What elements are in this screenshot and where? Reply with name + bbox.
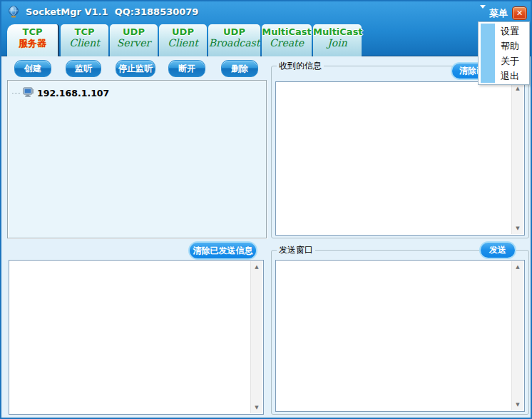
menu-item-about[interactable]: 关于 [479,54,529,69]
create-button[interactable]: 创建 [14,60,51,77]
scroll-down-icon[interactable]: ▼ [512,223,523,234]
tree-item-label: 192.168.1.107 [37,88,109,99]
connection-tree[interactable]: 192.168.1.107 [7,80,267,238]
menu-dropdown: 设置 帮助 关于 退出 [478,21,530,85]
send-scrollbar[interactable]: ▲ ▼ [511,261,523,410]
scroll-up-icon[interactable]: ▲ [251,261,262,273]
stop-listen-button[interactable]: 停止监听 [116,60,155,77]
delete-button[interactable]: 删除 [221,60,258,77]
menu-button[interactable]: 菜单 [480,7,508,20]
send-group-label: 发送窗口 [277,245,315,255]
tab-tcp-server[interactable]: TCP 服务器 [7,24,59,56]
tab-udp-server[interactable]: UDP Server [110,24,158,56]
app-window: SocketMgr V1.1 QQ:3188530079 菜单 ✕ TCP 服务… [0,0,532,419]
tab-multicast-create[interactable]: MultiCast Create [262,24,312,56]
menu-button-label: 菜单 [489,7,508,20]
scroll-down-icon[interactable]: ▼ [512,399,523,410]
tab-multicast-join[interactable]: MultiCast Join [313,24,362,56]
tab-tcp-client[interactable]: TCP Client [61,24,108,56]
clear-sent-button[interactable]: 清除已发送信息 [188,241,257,260]
menu-items: 设置 帮助 关于 退出 [479,24,529,84]
titlebar: SocketMgr V1.1 QQ:3188530079 菜单 ✕ [1,1,531,23]
send-textarea[interactable]: ▲ ▼ [275,260,525,412]
tree-connector [12,93,20,94]
menu-item-settings[interactable]: 设置 [479,24,529,39]
received-scrollbar[interactable]: ▲ ▼ [511,83,523,234]
scroll-up-icon[interactable]: ▲ [512,261,523,273]
received-group-label: 收到的信息 [277,61,324,71]
app-globe-icon [7,6,20,19]
tree-item-host[interactable]: 192.168.1.107 [12,86,109,100]
scroll-down-icon[interactable]: ▼ [251,402,262,413]
disconnect-button[interactable]: 断开 [168,60,205,77]
listen-button[interactable]: 监听 [66,60,101,77]
header: SocketMgr V1.1 QQ:3188530079 菜单 ✕ TCP 服务… [1,1,531,56]
send-button[interactable]: 发送 [479,241,516,259]
received-textarea[interactable]: ▲ ▼ [275,81,525,236]
tab-udp-broadcast[interactable]: UDP Broadcast [208,24,260,56]
computer-icon [23,86,34,100]
tab-udp-client[interactable]: UDP Client [159,24,207,56]
close-icon[interactable]: ✕ [512,6,527,20]
tab-strip: TCP 服务器 TCP Client UDP Server UDP Client… [7,24,362,56]
menu-item-help[interactable]: 帮助 [479,39,529,54]
sent-textarea[interactable]: ▲ ▼ [9,260,264,415]
menu-item-exit[interactable]: 退出 [479,69,529,84]
window-title: SocketMgr V1.1 QQ:3188530079 [26,6,198,17]
menu-dropdown-icon [480,9,486,19]
sent-scrollbar[interactable]: ▲ ▼ [250,261,262,413]
